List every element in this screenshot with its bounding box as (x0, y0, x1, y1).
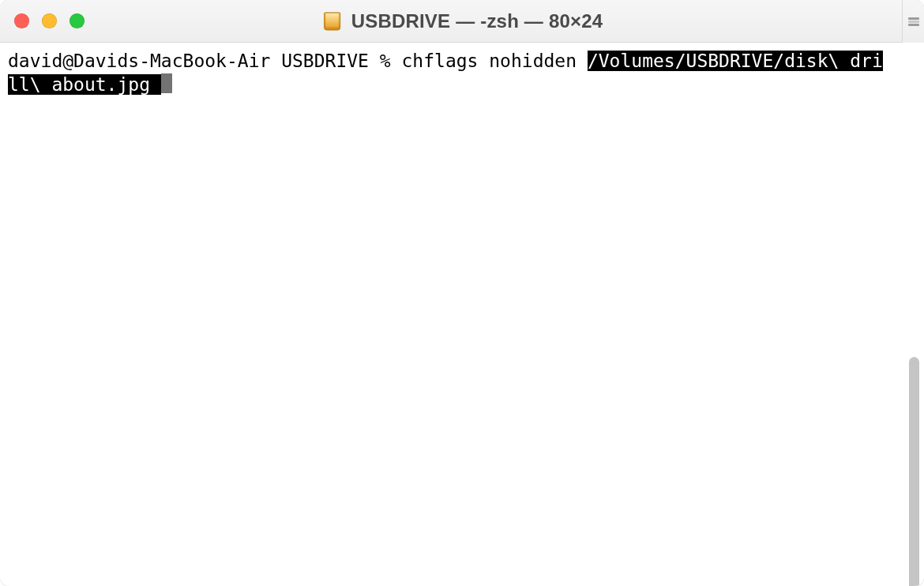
command-highlight-1: /Volumes/USBDRIVE/disk\ dri (588, 51, 883, 71)
minimize-button[interactable] (42, 13, 57, 28)
window-title: USBDRIVE — -zsh — 80×24 (351, 10, 603, 32)
terminal-content[interactable]: david@Davids-MacBook-Air USBDRIVE % chfl… (0, 43, 902, 586)
traffic-lights (14, 13, 85, 28)
window-title-area: USBDRIVE — -zsh — 80×24 (321, 10, 603, 32)
drive-icon (321, 10, 344, 32)
prompt: david@Davids-MacBook-Air USBDRIVE % (8, 51, 402, 71)
tab-overflow-button[interactable] (902, 0, 924, 43)
vertical-scrollbar-thumb[interactable] (909, 357, 919, 586)
svg-rect-0 (908, 17, 919, 20)
svg-rect-2 (908, 24, 919, 26)
tab-overflow-icon (907, 14, 921, 28)
close-button[interactable] (14, 13, 29, 28)
terminal-window: USBDRIVE — -zsh — 80×24 david@Davids-Mac… (0, 0, 924, 586)
titlebar: USBDRIVE — -zsh — 80×24 (0, 0, 924, 43)
svg-rect-1 (908, 21, 919, 23)
terminal-viewport: david@Davids-MacBook-Air USBDRIVE % chfl… (0, 43, 924, 586)
command-plain: chflags nohidden (402, 51, 588, 71)
cursor (161, 73, 172, 93)
zoom-button[interactable] (69, 13, 85, 28)
command-highlight-2: ll\ about.jpg (8, 74, 161, 95)
